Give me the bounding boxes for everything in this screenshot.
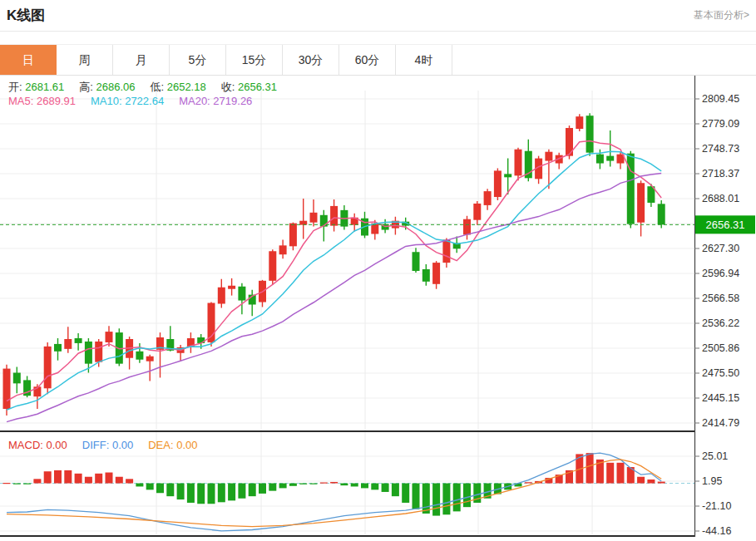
- tab-周[interactable]: 周: [57, 45, 113, 75]
- candle[interactable]: [658, 204, 665, 224]
- macd-bar[interactable]: [606, 463, 614, 484]
- macd-bar[interactable]: [299, 484, 307, 484]
- candle[interactable]: [64, 339, 72, 349]
- macd-bar[interactable]: [351, 484, 358, 487]
- candle[interactable]: [637, 183, 645, 222]
- macd-bar[interactable]: [269, 484, 276, 491]
- macd-bar[interactable]: [126, 479, 133, 483]
- candle[interactable]: [289, 224, 297, 247]
- macd-bar[interactable]: [64, 470, 72, 484]
- macd-bar[interactable]: [3, 483, 11, 484]
- candle[interactable]: [432, 263, 440, 284]
- macd-bar[interactable]: [637, 477, 645, 484]
- macd-bar[interactable]: [85, 477, 92, 484]
- macd-bar[interactable]: [197, 484, 205, 504]
- macd-bar[interactable]: [187, 484, 195, 503]
- macd-bar[interactable]: [402, 484, 409, 503]
- tab-5分[interactable]: 5分: [170, 45, 226, 75]
- tab-30分[interactable]: 30分: [283, 45, 339, 75]
- macd-bar[interactable]: [392, 484, 399, 497]
- candle[interactable]: [197, 337, 205, 343]
- macd-bar[interactable]: [310, 484, 318, 484]
- chart-canvas[interactable]: 2809.452779.092748.732718.372688.012627.…: [0, 76, 756, 541]
- candle[interactable]: [44, 347, 52, 388]
- candle[interactable]: [442, 239, 450, 263]
- candle[interactable]: [136, 352, 143, 360]
- macd-bar[interactable]: [658, 482, 665, 484]
- macd-bar[interactable]: [156, 484, 164, 494]
- candle[interactable]: [606, 156, 614, 161]
- macd-bar[interactable]: [617, 463, 625, 484]
- macd-bar[interactable]: [586, 453, 594, 483]
- macd-bar[interactable]: [54, 470, 62, 484]
- candle[interactable]: [3, 369, 11, 409]
- tab-4时[interactable]: 4时: [396, 45, 452, 75]
- macd-bar[interactable]: [413, 484, 420, 509]
- candle[interactable]: [627, 154, 635, 224]
- fundamental-analysis-link[interactable]: 基本面分析>: [694, 8, 749, 22]
- macd-bar[interactable]: [106, 473, 113, 484]
- macd-bar[interactable]: [177, 484, 185, 500]
- candle[interactable]: [13, 373, 21, 384]
- candle[interactable]: [75, 338, 82, 343]
- macd-bar[interactable]: [23, 484, 31, 484]
- candle[interactable]: [106, 332, 113, 342]
- candle[interactable]: [596, 155, 604, 164]
- candle[interactable]: [228, 286, 235, 289]
- macd-bar[interactable]: [259, 484, 266, 494]
- candle[interactable]: [494, 170, 502, 197]
- candle[interactable]: [413, 252, 420, 271]
- macd-bar[interactable]: [340, 484, 348, 486]
- macd-bar[interactable]: [442, 484, 450, 515]
- tab-60分[interactable]: 60分: [339, 45, 396, 75]
- macd-bar[interactable]: [116, 477, 123, 484]
- macd-bar[interactable]: [136, 484, 143, 487]
- macd-bar[interactable]: [320, 483, 328, 484]
- macd-bar[interactable]: [330, 482, 338, 484]
- tab-月[interactable]: 月: [113, 45, 170, 75]
- kline-chart[interactable]: 2809.452779.092748.732718.372688.012627.…: [0, 76, 756, 541]
- candle[interactable]: [146, 357, 154, 361]
- macd-bar[interactable]: [166, 484, 174, 497]
- macd-bar[interactable]: [289, 484, 297, 486]
- candle[interactable]: [218, 288, 225, 304]
- candle[interactable]: [85, 342, 92, 364]
- macd-bar[interactable]: [238, 484, 245, 499]
- macd-bar[interactable]: [432, 484, 440, 516]
- candle[interactable]: [422, 269, 430, 282]
- candle[interactable]: [269, 251, 276, 281]
- macd-bar[interactable]: [218, 484, 225, 503]
- candle[interactable]: [54, 344, 62, 352]
- tab-日[interactable]: 日: [0, 45, 57, 75]
- macd-bar[interactable]: [382, 484, 389, 492]
- candlestick-series[interactable]: [3, 113, 665, 416]
- macd-bar[interactable]: [33, 479, 41, 483]
- macd-bar[interactable]: [453, 484, 461, 512]
- macd-bar[interactable]: [208, 484, 215, 504]
- candle[interactable]: [484, 191, 492, 205]
- candle[interactable]: [576, 116, 583, 129]
- macd-bar[interactable]: [422, 484, 430, 514]
- macd-bar[interactable]: [75, 474, 82, 484]
- candle[interactable]: [504, 174, 511, 177]
- macd-bar[interactable]: [463, 484, 471, 508]
- candle[interactable]: [95, 342, 102, 362]
- macd-bar[interactable]: [361, 484, 368, 489]
- macd-bar[interactable]: [371, 484, 378, 490]
- macd-bar[interactable]: [95, 474, 102, 484]
- macd-bar[interactable]: [279, 484, 287, 489]
- tab-15分[interactable]: 15分: [226, 45, 283, 75]
- candle[interactable]: [586, 116, 594, 152]
- macd-bar[interactable]: [525, 482, 532, 483]
- candle[interactable]: [330, 206, 338, 226]
- candle[interactable]: [238, 287, 245, 301]
- macd-bar[interactable]: [647, 480, 655, 484]
- candle[interactable]: [515, 150, 522, 176]
- candle[interactable]: [545, 152, 552, 161]
- candle[interactable]: [279, 245, 287, 254]
- macd-bar[interactable]: [228, 484, 235, 501]
- macd-bar[interactable]: [249, 484, 256, 497]
- macd-bar[interactable]: [146, 484, 154, 490]
- candle[interactable]: [473, 204, 481, 220]
- macd-bar[interactable]: [44, 471, 52, 483]
